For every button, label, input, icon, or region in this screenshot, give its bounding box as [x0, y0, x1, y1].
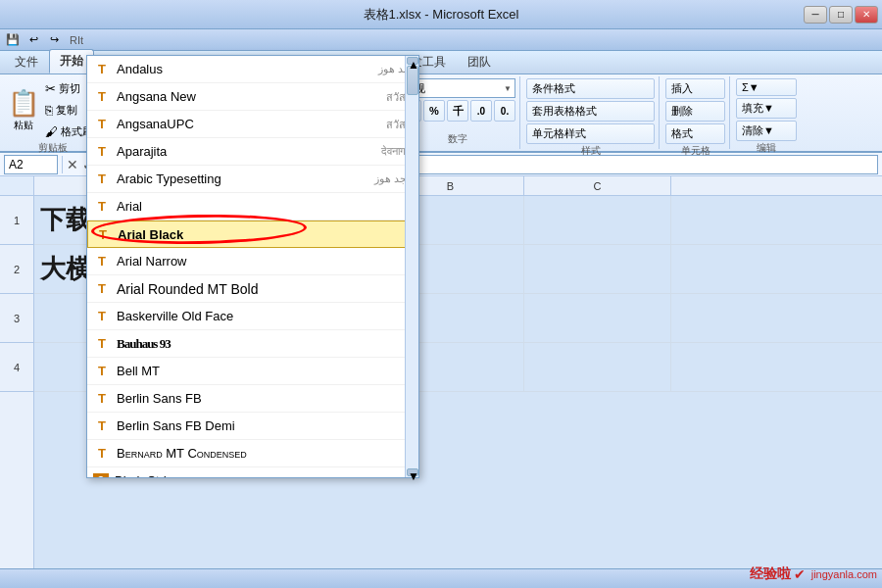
truetype-icon: T [93, 253, 111, 270]
cancel-formula-btn[interactable]: ✕ [67, 157, 78, 172]
paste-button[interactable]: 📋 粘贴 [8, 88, 39, 132]
insert-cells-button[interactable]: 插入 [665, 78, 725, 99]
truetype-icon-selected: T [94, 225, 112, 243]
maximize-button[interactable]: □ [829, 6, 853, 24]
fill-button[interactable]: 填充▼ [736, 98, 797, 119]
cell-c1[interactable] [524, 196, 671, 244]
font-name-bauhaus: Bauhaus 93 [117, 336, 413, 352]
font-item-angsana-new[interactable]: T Angsana New สวัสดี [87, 83, 418, 111]
row-headers: 1 2 3 4 [0, 176, 34, 568]
increase-decimal-button[interactable]: .0 [470, 100, 492, 122]
editing-label: 编辑 [736, 141, 797, 156]
font-name-aparajita: Aparajita [117, 144, 381, 159]
font-item-birch[interactable]: O Birch Std [87, 467, 418, 477]
font-name-arabic-typesetting: Arabic Typesetting [117, 172, 374, 186]
font-item-andalus[interactable]: T Andalus آبند هوز [87, 56, 418, 83]
cut-label: 剪切 [59, 81, 80, 96]
truetype-icon: T [93, 308, 111, 325]
font-name-berlin-sans: Berlin Sans FB [117, 391, 413, 406]
dropdown-scrollbar[interactable]: ▲ ▼ [405, 56, 418, 477]
font-name-berlin-sans-demi: Berlin Sans FB Demi [117, 418, 413, 433]
font-item-arial-narrow[interactable]: T Arial Narrow [87, 248, 418, 275]
font-item-bauhaus[interactable]: T Bauhaus 93 [87, 330, 418, 358]
decrease-decimal-button[interactable]: 0. [494, 100, 515, 122]
format-as-table-button[interactable]: 套用表格格式 [526, 101, 655, 122]
cell-a2-value: 大横 [40, 252, 91, 286]
minimize-button[interactable]: ─ [804, 6, 827, 24]
font-name-angsana-upc: AngsanaUPC [117, 117, 386, 131]
watermark-text: 经验啦 [750, 565, 791, 583]
font-item-bernard[interactable]: T Bernard MT Condensed [87, 440, 418, 467]
tab-file[interactable]: 文件 [4, 50, 49, 74]
truetype-icon: T [93, 280, 111, 298]
formula-divider [62, 156, 63, 173]
row-header-1[interactable]: 1 [0, 196, 33, 245]
font-name-bernard: Bernard MT Condensed [117, 446, 413, 461]
scroll-down-button[interactable]: ▼ [407, 468, 418, 476]
copy-label: 复制 [56, 103, 77, 118]
font-item-arabic-typesetting[interactable]: T Arabic Typesetting أبجد هوز [87, 166, 418, 193]
scroll-up-button[interactable]: ▲ [407, 57, 418, 65]
font-item-baskerville[interactable]: T Baskerville Old Face [87, 303, 418, 330]
font-name-baskerville: Baskerville Old Face [117, 309, 413, 323]
conditional-formatting-button[interactable]: 条件格式 [526, 78, 655, 99]
opentype-icon: O [93, 473, 109, 478]
cell-c4[interactable] [524, 343, 671, 391]
watermark: 经验啦 ✔ jingyanla.com [750, 565, 877, 583]
quick-access-label: RIt [70, 34, 83, 46]
font-item-berlin-sans[interactable]: T Berlin Sans FB [87, 385, 418, 413]
autosum-button[interactable]: Σ▼ [736, 78, 797, 96]
editing-controls: Σ▼ 填充▼ 清除▼ [736, 78, 797, 141]
truetype-icon: T [93, 417, 111, 435]
window-title: 表格1.xlsx - Microsoft Excel [364, 6, 519, 24]
delete-cells-button[interactable]: 删除 [665, 101, 725, 122]
font-item-arial[interactable]: T Arial [87, 193, 418, 220]
font-name-bell-mt: Bell MT [117, 364, 413, 378]
font-list: T Andalus آبند هوز T Angsana New สวัสดี … [87, 56, 418, 477]
font-item-bell-mt[interactable]: T Bell MT [87, 358, 418, 385]
font-item-angsana-upc[interactable]: T AngsanaUPC สวัสดี [87, 111, 418, 138]
watermark-url: jingyanla.com [811, 568, 877, 580]
comma-button[interactable]: 千 [447, 100, 468, 122]
redo-quick-btn[interactable]: ↪ [45, 31, 63, 49]
window-controls: ─ □ ✕ [804, 6, 878, 24]
font-item-berlin-sans-demi[interactable]: T Berlin Sans FB Demi [87, 413, 418, 440]
row-header-2[interactable]: 2 [0, 245, 33, 294]
undo-quick-btn[interactable]: ↩ [24, 31, 42, 49]
truetype-icon: T [93, 198, 111, 216]
paste-label: 粘贴 [14, 119, 33, 132]
format-cells-button[interactable]: 格式 [665, 123, 725, 144]
scissors-icon: ✂ [45, 81, 56, 96]
save-quick-btn[interactable]: 💾 [4, 31, 22, 49]
clipboard-buttons: 📋 粘贴 ✂ 剪切 ⎘ 复制 🖌 格式刷 [8, 78, 97, 141]
editing-group: Σ▼ 填充▼ 清除▼ 编辑 [732, 76, 801, 149]
font-item-arial-black[interactable]: T Arial Black [87, 220, 418, 248]
close-button[interactable]: ✕ [855, 6, 878, 24]
col-header-c[interactable]: C [524, 176, 671, 196]
clear-button[interactable]: 清除▼ [736, 121, 797, 141]
row-header-4[interactable]: 4 [0, 343, 33, 392]
copy-icon: ⎘ [45, 103, 53, 118]
tab-team[interactable]: 团队 [457, 50, 502, 74]
cells-controls: 插入 删除 格式 [665, 78, 725, 144]
cell-reference-box[interactable]: A2 [4, 155, 58, 174]
font-item-arial-rounded[interactable]: T Arial Rounded MT Bold [87, 275, 418, 303]
percent-button[interactable]: % [423, 100, 445, 122]
truetype-icon: T [93, 390, 111, 408]
checkmark-icon: ✔ [794, 566, 806, 582]
styles-controls: 条件格式 套用表格格式 单元格样式 [526, 78, 655, 144]
row-header-3[interactable]: 3 [0, 294, 33, 343]
corner-cell[interactable] [0, 176, 33, 196]
cell-styles-button[interactable]: 单元格样式 [526, 123, 655, 144]
truetype-icon: T [93, 445, 111, 463]
styles-group: 条件格式 套用表格格式 单元格样式 样式 [522, 76, 660, 149]
font-name-arial-black: Arial Black [118, 227, 412, 242]
cell-c3[interactable] [524, 294, 671, 342]
font-item-aparajita[interactable]: T Aparajita देवनागरी [87, 138, 418, 166]
font-name-arial-rounded: Arial Rounded MT Bold [117, 281, 413, 297]
truetype-icon: T [93, 88, 111, 106]
truetype-icon: T [93, 363, 111, 380]
cell-c2[interactable] [524, 245, 671, 293]
truetype-icon: T [93, 335, 111, 353]
clipboard-label: 剪贴板 [8, 141, 97, 156]
